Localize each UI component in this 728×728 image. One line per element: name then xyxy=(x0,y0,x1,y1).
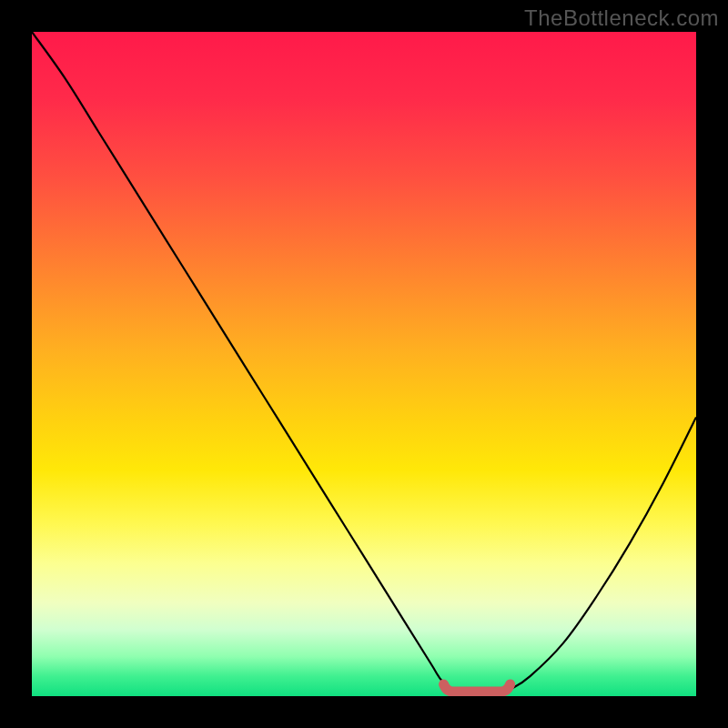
watermark-text: TheBottleneck.com xyxy=(524,5,719,31)
optimal-zone-marker xyxy=(444,684,511,692)
chart-plot-area xyxy=(32,32,696,696)
bottleneck-curve-line xyxy=(32,32,696,696)
chart-svg xyxy=(32,32,696,696)
